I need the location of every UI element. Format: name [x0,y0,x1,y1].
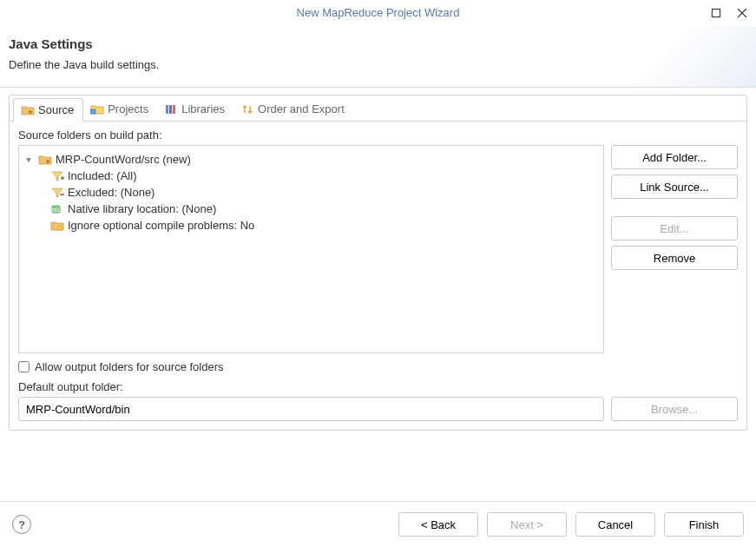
folder-warning-icon [50,220,64,232]
page-title: Java Settings [9,36,742,51]
maximize-icon[interactable] [709,6,723,20]
svg-point-3 [29,110,32,114]
window-title: New MapReduce Project Wizard [297,6,460,19]
tree-item-excluded[interactable]: Excluded: (None) [50,184,600,201]
package-folder-icon [38,154,52,166]
source-folders-label: Source folders on build path: [18,129,738,142]
tab-source[interactable]: Source [13,98,83,122]
filter-minus-icon [50,187,64,199]
link-source-button[interactable]: Link Source... [611,175,738,199]
back-button[interactable]: < Back [398,512,478,537]
next-button: Next > [487,512,567,537]
tabs: Source Projects Libraries Order and Expo… [10,96,746,122]
tree-item-native-lib-label: Native library location: (None) [68,202,216,215]
svg-rect-6 [169,105,172,114]
finish-button[interactable]: Finish [664,512,744,537]
tree-item-excluded-label: Excluded: (None) [68,186,154,199]
allow-output-checkbox[interactable] [18,361,30,372]
close-icon[interactable] [735,6,749,20]
default-output-input[interactable] [18,397,604,421]
tree-item-ignore-optional-label: Ignore optional compile problems: No [68,219,254,232]
tree-root-label: MRP-CountWord/src (new) [56,153,191,166]
tab-libraries-label: Libraries [181,102,225,115]
svg-point-8 [46,160,49,163]
remove-button[interactable]: Remove [611,246,738,270]
dialog-header: Java Settings Define the Java build sett… [0,26,756,88]
tree-item-included-label: Included: (All) [68,169,136,182]
tab-projects-label: Projects [108,102,148,115]
tab-order-export[interactable]: Order and Export [233,98,353,122]
filter-plus-icon [50,170,64,182]
titlebar: New MapReduce Project Wizard [0,0,756,26]
tab-container: Source Projects Libraries Order and Expo… [9,95,747,431]
svg-text:011: 011 [51,207,61,212]
svg-rect-4 [90,109,95,114]
dialog-footer: ? < Back Next > Cancel Finish [0,501,756,547]
add-folder-button[interactable]: Add Folder... [611,145,738,169]
tab-projects[interactable]: Projects [83,98,157,122]
svg-rect-5 [166,105,168,114]
tab-order-export-label: Order and Export [258,102,345,115]
allow-output-label: Allow output folders for source folders [35,360,224,373]
allow-output-checkbox-row[interactable]: Allow output folders for source folders [18,360,738,373]
native-lib-icon: 011 [50,203,64,215]
projects-icon [90,103,104,115]
order-export-icon [240,103,254,115]
tab-source-label: Source [38,103,74,116]
source-folders-tree[interactable]: MRP-CountWord/src (new) Included: (All) [18,145,604,353]
browse-button: Browse... [611,397,738,421]
tab-libraries[interactable]: Libraries [157,98,233,122]
edit-button: Edit... [611,216,738,241]
tree-item-native-lib[interactable]: 011 Native library location: (None) [50,201,600,217]
package-folder-icon [21,104,35,116]
cancel-button[interactable]: Cancel [575,512,655,537]
svg-rect-0 [713,9,720,16]
tree-item-ignore-optional[interactable]: Ignore optional compile problems: No [50,217,600,234]
chevron-down-icon[interactable] [23,154,35,166]
tree-item-included[interactable]: Included: (All) [50,168,600,184]
libraries-icon [164,103,178,115]
default-output-label: Default output folder: [18,380,738,393]
tree-root[interactable]: MRP-CountWord/src (new) [23,151,600,168]
svg-rect-7 [173,105,175,114]
page-subtitle: Define the Java build settings. [9,58,742,71]
help-button[interactable]: ? [12,515,31,534]
